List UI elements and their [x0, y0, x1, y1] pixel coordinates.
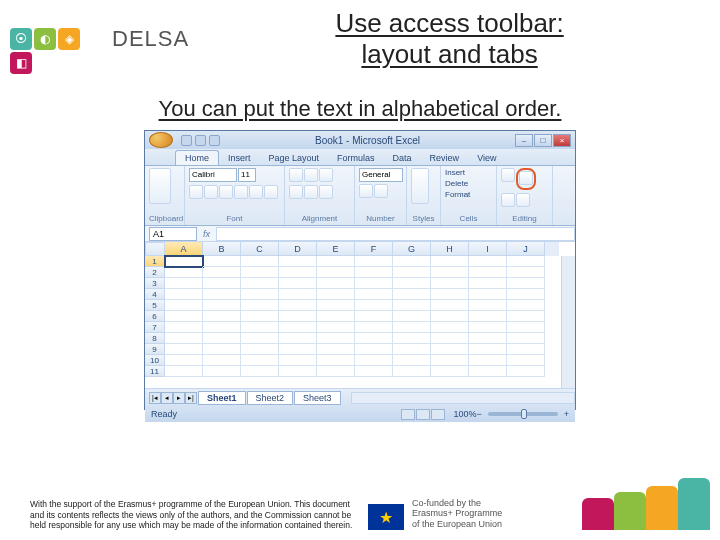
cell[interactable] [393, 355, 431, 366]
zoom-out-button[interactable]: − [476, 409, 481, 419]
cell[interactable] [241, 333, 279, 344]
cell[interactable] [165, 322, 203, 333]
cell[interactable] [279, 256, 317, 267]
column-header[interactable]: D [279, 242, 317, 256]
cell[interactable] [507, 267, 545, 278]
tab-data[interactable]: Data [384, 151, 421, 165]
column-header[interactable]: F [355, 242, 393, 256]
cell[interactable] [393, 311, 431, 322]
cell[interactable] [203, 278, 241, 289]
styles-button[interactable] [411, 168, 429, 204]
cell[interactable] [279, 322, 317, 333]
cell[interactable] [203, 311, 241, 322]
page-break-view-button[interactable] [431, 409, 445, 420]
cell[interactable] [241, 278, 279, 289]
cell[interactable] [431, 333, 469, 344]
cell[interactable] [203, 289, 241, 300]
tab-page-layout[interactable]: Page Layout [260, 151, 329, 165]
column-header[interactable]: I [469, 242, 507, 256]
align-left-button[interactable] [289, 185, 303, 199]
cell[interactable] [469, 344, 507, 355]
cell[interactable] [279, 333, 317, 344]
sheet-tab[interactable]: Sheet3 [294, 391, 341, 405]
cell[interactable] [393, 278, 431, 289]
cell[interactable] [241, 267, 279, 278]
cell[interactable] [203, 300, 241, 311]
cell[interactable] [165, 355, 203, 366]
column-header[interactable]: J [507, 242, 545, 256]
cell[interactable] [431, 311, 469, 322]
align-right-button[interactable] [319, 185, 333, 199]
cell[interactable] [317, 355, 355, 366]
cell[interactable] [507, 322, 545, 333]
sheet-tab[interactable]: Sheet1 [198, 391, 246, 405]
cell[interactable] [355, 311, 393, 322]
cell[interactable] [393, 300, 431, 311]
paste-button[interactable] [149, 168, 171, 204]
cell[interactable] [317, 333, 355, 344]
bold-button[interactable] [189, 185, 203, 199]
cell[interactable] [279, 278, 317, 289]
sort-filter-button[interactable] [519, 171, 533, 185]
column-header[interactable]: E [317, 242, 355, 256]
cell[interactable] [203, 256, 241, 267]
italic-button[interactable] [204, 185, 218, 199]
row-header[interactable]: 6 [145, 311, 165, 322]
sheet-nav-last[interactable]: ▸| [185, 392, 197, 404]
cell[interactable] [165, 289, 203, 300]
cell[interactable] [507, 278, 545, 289]
cell[interactable] [203, 333, 241, 344]
undo-icon[interactable] [195, 135, 206, 146]
border-button[interactable] [234, 185, 248, 199]
cell[interactable] [317, 366, 355, 377]
row-header[interactable]: 4 [145, 289, 165, 300]
row-header[interactable]: 10 [145, 355, 165, 366]
currency-button[interactable] [359, 184, 373, 198]
cell[interactable] [317, 278, 355, 289]
cell[interactable] [241, 311, 279, 322]
cell[interactable] [355, 355, 393, 366]
underline-button[interactable] [219, 185, 233, 199]
cell[interactable] [393, 366, 431, 377]
cell[interactable] [279, 366, 317, 377]
column-header[interactable]: A [165, 242, 203, 256]
cell[interactable] [317, 311, 355, 322]
cell[interactable] [393, 289, 431, 300]
cell[interactable] [241, 366, 279, 377]
cell[interactable] [317, 322, 355, 333]
tab-formulas[interactable]: Formulas [328, 151, 384, 165]
cell[interactable] [165, 366, 203, 377]
cell[interactable] [469, 355, 507, 366]
cell[interactable] [355, 300, 393, 311]
cell[interactable] [165, 333, 203, 344]
font-name-dropdown[interactable]: Calibri [189, 168, 237, 182]
cell[interactable] [469, 366, 507, 377]
cell[interactable] [203, 322, 241, 333]
cell[interactable] [431, 300, 469, 311]
cell[interactable] [165, 300, 203, 311]
cell[interactable] [431, 322, 469, 333]
row-header[interactable]: 1 [145, 256, 165, 267]
column-header[interactable]: B [203, 242, 241, 256]
cell[interactable] [469, 289, 507, 300]
cell[interactable] [165, 256, 203, 267]
cell[interactable] [431, 256, 469, 267]
cell[interactable] [355, 344, 393, 355]
cell[interactable] [469, 300, 507, 311]
zoom-slider[interactable] [488, 412, 558, 416]
cell[interactable] [507, 311, 545, 322]
row-header[interactable]: 5 [145, 300, 165, 311]
cell[interactable] [355, 366, 393, 377]
cell[interactable] [355, 267, 393, 278]
cell[interactable] [279, 289, 317, 300]
cell[interactable] [507, 366, 545, 377]
column-header[interactable]: G [393, 242, 431, 256]
percent-button[interactable] [374, 184, 388, 198]
cell[interactable] [393, 322, 431, 333]
tab-review[interactable]: Review [421, 151, 469, 165]
cell[interactable] [279, 311, 317, 322]
cell[interactable] [507, 355, 545, 366]
cell[interactable] [507, 300, 545, 311]
cell[interactable] [355, 333, 393, 344]
cell[interactable] [355, 278, 393, 289]
